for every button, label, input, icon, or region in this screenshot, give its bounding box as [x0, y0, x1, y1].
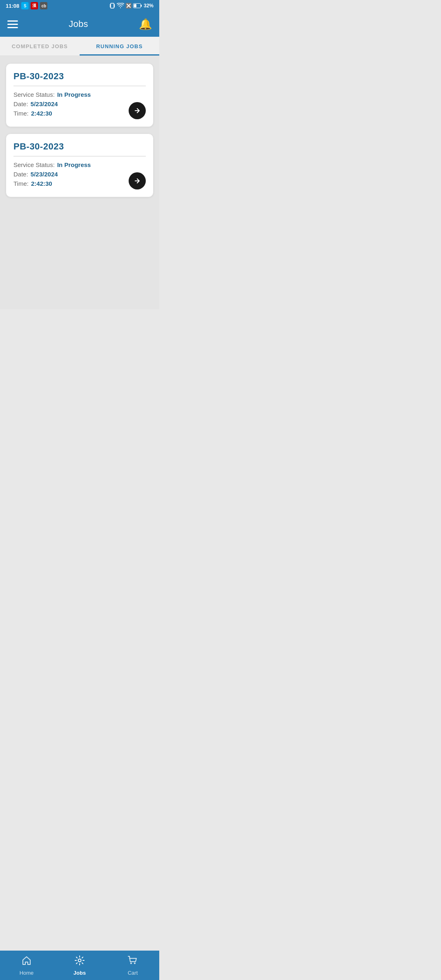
- vibrate-icon: [109, 2, 115, 9]
- time-label-1: Time:: [13, 110, 29, 117]
- job-id-2: PB-30-2023: [13, 141, 146, 152]
- x-icon: [126, 3, 131, 9]
- skype-icon: S: [21, 2, 29, 9]
- tab-completed-jobs[interactable]: COMPLETED JOBS: [0, 37, 80, 56]
- main-content: PB-30-2023 Service Status: In Progress D…: [0, 56, 159, 309]
- status-time: 11:08: [6, 3, 19, 9]
- date-label-2: Date:: [13, 171, 28, 178]
- job-status-row-2: Service Status: In Progress: [13, 161, 146, 168]
- job-date-row-2: Date: 5/23/2024: [13, 171, 146, 178]
- tab-running-jobs[interactable]: RUNNING JOBS: [80, 37, 159, 56]
- status-value-1: In Progress: [57, 91, 91, 98]
- svg-rect-1: [110, 4, 111, 7]
- svg-rect-8: [140, 5, 142, 7]
- job-divider-1: [13, 86, 146, 86]
- svg-rect-0: [111, 3, 114, 8]
- cb-icon: cb: [40, 2, 47, 9]
- app-header: Jobs 🔔: [0, 11, 159, 37]
- arrow-right-icon-1: [134, 107, 141, 114]
- hamburger-line-3: [7, 27, 18, 28]
- svg-rect-2: [114, 4, 115, 7]
- job-time-row-2: Time: 2:42:30: [13, 180, 146, 187]
- job-time-row-1: Time: 2:42:30: [13, 110, 146, 117]
- date-value-2: 5/23/2024: [31, 171, 58, 178]
- time-value-2: 2:42:30: [31, 180, 52, 187]
- status-label-2: Service Status:: [13, 161, 55, 168]
- wifi-icon: [117, 3, 124, 9]
- navigate-button-1[interactable]: [129, 102, 146, 119]
- status-bar-left: 11:08 S 漢 cb: [6, 2, 47, 9]
- date-value-1: 5/23/2024: [31, 100, 58, 107]
- job-status-row-1: Service Status: In Progress: [13, 91, 146, 98]
- kanji-icon: 漢: [31, 2, 38, 9]
- date-label-1: Date:: [13, 100, 28, 107]
- status-value-2: In Progress: [57, 161, 91, 168]
- battery-percent: 32%: [144, 3, 154, 9]
- time-value-1: 2:42:30: [31, 110, 52, 117]
- time-label-2: Time:: [13, 180, 29, 187]
- navigate-button-2[interactable]: [129, 172, 146, 189]
- tab-bar: COMPLETED JOBS RUNNING JOBS: [0, 37, 159, 56]
- status-bar-right: 32%: [109, 2, 154, 9]
- job-divider-2: [13, 156, 146, 156]
- hamburger-line-1: [7, 20, 18, 22]
- status-bar: 11:08 S 漢 cb 32%: [0, 0, 159, 11]
- svg-rect-7: [134, 4, 136, 7]
- job-card-1: PB-30-2023 Service Status: In Progress D…: [6, 63, 154, 127]
- job-card-2: PB-30-2023 Service Status: In Progress D…: [6, 134, 154, 197]
- arrow-right-icon-2: [134, 177, 141, 185]
- bell-icon[interactable]: 🔔: [139, 18, 152, 31]
- job-date-row-1: Date: 5/23/2024: [13, 100, 146, 107]
- status-label-1: Service Status:: [13, 91, 55, 98]
- header-title: Jobs: [69, 19, 88, 29]
- hamburger-menu[interactable]: [7, 20, 18, 28]
- hamburger-line-2: [7, 24, 18, 25]
- job-id-1: PB-30-2023: [13, 71, 146, 82]
- battery-icon: [133, 3, 142, 8]
